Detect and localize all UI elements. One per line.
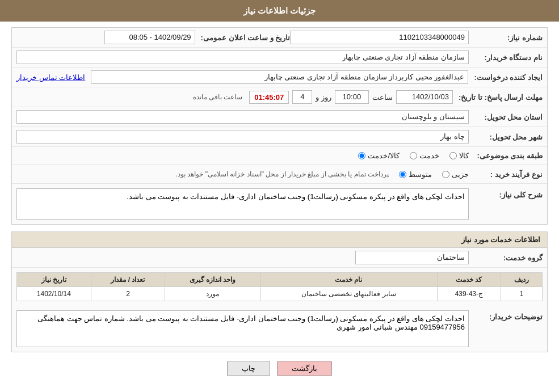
goroh-label: گروه خدمت: — [469, 254, 543, 262]
row-sharh: شرح کلی نیاز: احدات لچکی های واقع در پیک… — [12, 184, 547, 224]
farayand-radios: جزیی متوسط پرداخت تمام یا بخشی از مبلغ خ… — [16, 168, 469, 180]
tabaqe-label: طبقه بندی موضوعی: — [469, 151, 543, 160]
radio-kala-item[interactable]: کالا — [449, 151, 469, 160]
radio-kala-khedmat-label: کالا/خدمت — [368, 151, 400, 160]
row-mohlat: مهلت ارسال پاسخ: تا تاریخ: 1402/10/03 سا… — [12, 87, 547, 107]
radio-kala-label: کالا — [459, 151, 469, 160]
sharh-textarea[interactable]: احدات لچکی های واقع در پیکره مسکونی (رسا… — [16, 188, 469, 220]
col-date: تاریخ نیاز — [17, 273, 91, 287]
cell-count: 2 — [91, 287, 165, 301]
back-button[interactable]: بازگشت — [277, 361, 332, 376]
shomara-niaz-label: شماره نیاز: — [469, 33, 543, 42]
cell-unit: مورد — [165, 287, 260, 301]
radio-khedmat-label: خدمت — [419, 151, 439, 160]
col-unit: واحد اندازه گیری — [165, 273, 260, 287]
tarikh-value: 1402/09/29 - 08:05 — [16, 31, 195, 44]
cell-radif: 1 — [501, 287, 543, 301]
cell-name: سایر فعالیتهای تخصصی ساختمان — [260, 287, 437, 301]
page-header: جزئیات اطلاعات نیاز — [0, 0, 559, 22]
row-farayand: نوع فرآیند خرید : جزیی متوسط پرداخت تمام… — [12, 165, 547, 184]
radio-motavaset[interactable] — [399, 171, 406, 178]
tarikh-input: 1402/09/29 - 08:05 — [104, 31, 195, 44]
tabaqe-radios: کالا خدمت کالا/خدمت — [16, 151, 469, 160]
row-name-dastgah: نام دستگاه خریدار: سازمان منطقه آزاد تجا… — [12, 48, 547, 68]
farayand-label: نوع فرآیند خرید : — [469, 170, 543, 179]
radio-kala-khedmat-item[interactable]: کالا/خدمت — [358, 151, 400, 160]
khadamat-section-title: اطلاعات خدمات مورد نیاز — [12, 232, 547, 248]
shomara-niaz-value: 1102103348000049 — [290, 31, 469, 44]
radio-motavaset-item[interactable]: متوسط — [399, 170, 432, 179]
page-wrapper: جزئیات اطلاعات نیاز شماره نیاز: 11021033… — [0, 0, 559, 392]
cell-code: ج-43-439 — [437, 287, 501, 301]
tarikh-label: تاریخ و ساعت اعلان عمومی: — [195, 33, 291, 42]
tosih-label: توضیحات خریدار: — [469, 310, 543, 321]
goroh-input: ساختمان — [355, 251, 469, 264]
row-ijad-konande: ایجاد کننده درخواست: عبدالغفور محیی کارب… — [12, 68, 547, 87]
mohlat-saat-input: 10:00 — [335, 90, 369, 104]
mohlat-label: مهلت ارسال پاسخ: تا تاریخ: — [453, 93, 543, 102]
content-area: شماره نیاز: 1102103348000049 تاریخ و ساع… — [0, 22, 559, 387]
main-form-section: شماره نیاز: 1102103348000049 تاریخ و ساع… — [11, 27, 548, 225]
ostan-value: سیستان و بلوچستان — [16, 110, 469, 124]
khadamat-section: اطلاعات خدمات مورد نیاز گروه خدمت: ساختم… — [11, 231, 548, 352]
page-title: جزئیات اطلاعات نیاز — [243, 6, 316, 15]
tosih-textarea[interactable]: احدات لچکی های واقع در پیکره مسکونی (رسا… — [16, 310, 469, 347]
row-tabaqe: طبقه بندی موضوعی: کالا خدمت کالا/خدمت — [12, 147, 547, 165]
radio-kala[interactable] — [449, 152, 457, 159]
goroh-value: ساختمان — [16, 251, 469, 264]
mohlat-rooz-label: روز و — [316, 93, 331, 102]
table-container: ردیف کد خدمت نام خدمت واحد اندازه گیری ت… — [12, 268, 547, 306]
farayand-note: پرداخت تمام یا بخشی از مبلغ خریدار از مح… — [171, 168, 393, 180]
shahr-label: شهر محل تحویل: — [469, 133, 543, 141]
mohlat-saat-label: ساعت — [372, 93, 393, 102]
table-row: 1ج-43-439سایر فعالیتهای تخصصی ساختمانمور… — [17, 287, 543, 301]
mohlat-date-input: 1402/10/03 — [396, 90, 453, 104]
print-button[interactable]: چاپ — [227, 361, 270, 376]
cell-date: 1402/10/14 — [17, 287, 91, 301]
col-name: نام خدمت — [260, 273, 437, 287]
col-count: تعداد / مقدار — [91, 273, 165, 287]
radio-motavaset-label: متوسط — [409, 170, 432, 179]
radio-group-tabaqe: کالا خدمت کالا/خدمت — [358, 151, 469, 160]
col-radif: ردیف — [501, 273, 543, 287]
ostan-label: استان محل تحویل: — [469, 113, 543, 121]
mohlat-values: 1402/10/03 ساعت 10:00 روز و 4 01:45:07 س… — [16, 90, 453, 104]
sharh-label: شرح کلی نیاز: — [469, 188, 543, 199]
ijad-konande-value: عبدالغفور محیی کاربرداز سازمان منطقه آزا… — [91, 70, 468, 84]
table-header-row: ردیف کد خدمت نام خدمت واحد اندازه گیری ت… — [17, 273, 543, 287]
shomara-niaz-input: 1102103348000049 — [290, 31, 469, 44]
service-table: ردیف کد خدمت نام خدمت واحد اندازه گیری ت… — [16, 272, 543, 301]
name-dastgah-label: نام دستگاه خریدار: — [469, 53, 543, 62]
name-dastgah-value: سازمان منطقه آزاد تجاری صنعتی چابهار — [16, 50, 469, 64]
row-goroh: گروه خدمت: ساختمان — [12, 248, 547, 268]
row-shahr: شهر محل تحویل: چاه بهار — [12, 127, 547, 147]
radio-kala-khedmat[interactable] — [358, 152, 365, 159]
radio-jozii[interactable] — [442, 171, 449, 178]
bottom-buttons: بازگشت چاپ — [11, 361, 548, 376]
ostan-input: سیستان و بلوچستان — [16, 110, 469, 124]
remaining-label: ساعت باقی مانده — [193, 93, 243, 101]
radio-khedmat-item[interactable]: خدمت — [410, 151, 439, 160]
shahr-value: چاه بهار — [16, 130, 469, 144]
name-dastgah-input: سازمان منطقه آزاد تجاری صنعتی چابهار — [16, 50, 469, 64]
radio-group-farayand: جزیی متوسط — [399, 170, 469, 179]
tosih-value: احدات لچکی های واقع در پیکره مسکونی (رسا… — [16, 310, 469, 347]
mohlat-rooz-input: 4 — [292, 90, 312, 104]
radio-khedmat[interactable] — [410, 152, 417, 159]
mohlat-timer: 01:45:07 — [249, 91, 289, 104]
col-code: کد خدمت — [437, 273, 501, 287]
ijad-konande-label: ایجاد کننده درخواست: — [468, 73, 543, 82]
ijad-konande-input: عبدالغفور محیی کاربرداز سازمان منطقه آزا… — [91, 70, 468, 84]
row-tosih: توضیحات خریدار: احدات لچکی های واقع در پ… — [12, 306, 547, 352]
radio-jozii-item[interactable]: جزیی — [442, 170, 469, 179]
row-shomara-tarikh: شماره نیاز: 1102103348000049 تاریخ و ساع… — [12, 28, 547, 48]
shahr-input: چاه بهار — [16, 130, 469, 144]
row-ostan: استان محل تحویل: سیستان و بلوچستان — [12, 107, 547, 127]
sharh-value: احدات لچکی های واقع در پیکره مسکونی (رسا… — [16, 188, 469, 220]
ettelaat-link[interactable]: اطلاعات تماس خریدار — [16, 73, 85, 82]
radio-jozii-label: جزیی — [452, 170, 469, 179]
